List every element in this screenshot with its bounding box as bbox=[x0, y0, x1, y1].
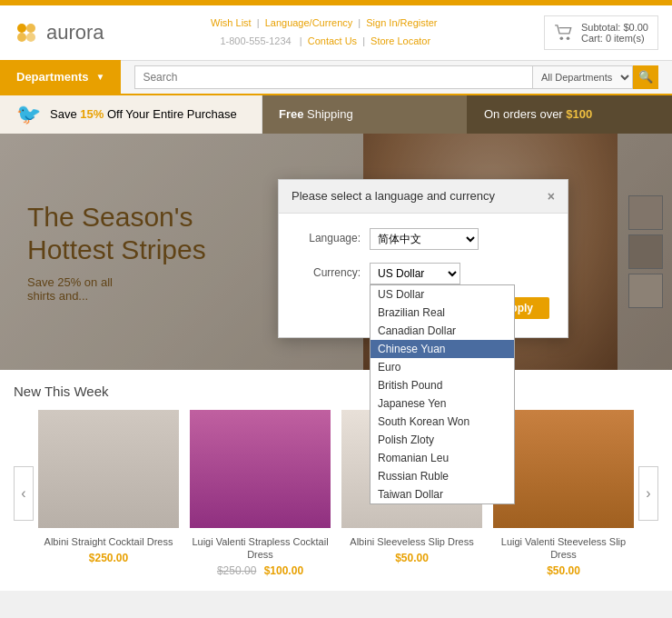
currency-option-chineseyuan[interactable]: Chinese Yuan bbox=[371, 340, 514, 358]
departments-label: Departments bbox=[16, 70, 88, 84]
modal-language-row: Language: 简体中文 bbox=[297, 228, 549, 250]
products-row: ‹ Albini Straight Cocktail Dress $250.00… bbox=[14, 410, 658, 578]
currency-option-britishpound[interactable]: British Pound bbox=[371, 376, 514, 394]
wish-list-link[interactable]: Wish List bbox=[211, 17, 252, 28]
logo-text: aurora bbox=[46, 21, 104, 45]
modal-currency-row: Currency: US Dollar US Dollar Brazilian … bbox=[297, 263, 549, 284]
promo-item-3: On orders over $100 bbox=[468, 95, 672, 134]
modal-title: Please select a language and currency bbox=[292, 189, 495, 203]
modal-language-select[interactable]: 简体中文 bbox=[370, 228, 479, 250]
products-section-title: New This Week bbox=[14, 384, 658, 399]
header: aurora Wish List | Language/Currency | S… bbox=[0, 5, 672, 61]
currency-option-russianruble[interactable]: Russian Ruble bbox=[371, 467, 514, 485]
promo-item-1: 🐦 Save 15% Off Your Entire Purchase bbox=[0, 95, 262, 134]
product-card-1[interactable]: Albini Straight Cocktail Dress $250.00 bbox=[38, 410, 179, 578]
hero-wrapper: The Season's Hottest Stripes Save 25% on… bbox=[0, 134, 672, 370]
product-price-value-3: $50.00 bbox=[395, 552, 429, 564]
svg-point-1 bbox=[26, 24, 35, 33]
product-price-3: $50.00 bbox=[341, 552, 482, 564]
product-price-2: $250.00 $100.00 bbox=[190, 564, 331, 577]
currency-option-southkoreanwon[interactable]: South Korean Won bbox=[371, 413, 514, 431]
product-name-1: Albini Straight Cocktail Dress bbox=[38, 535, 179, 548]
currency-option-canadiandollar[interactable]: Canadian Dollar bbox=[371, 322, 514, 340]
products-prev-button[interactable]: ‹ bbox=[14, 466, 34, 521]
product-price-value-1: $250.00 bbox=[89, 552, 128, 564]
products-section: New This Week ‹ Albini Straight Cocktail… bbox=[0, 370, 672, 592]
cart-area[interactable]: Subtotal: $0.00 Cart: 0 item(s) bbox=[544, 15, 658, 50]
product-image-2 bbox=[190, 410, 331, 528]
currency-option-romanianleu[interactable]: Romanian Leu bbox=[371, 449, 514, 467]
modal-close-button[interactable]: × bbox=[548, 189, 555, 204]
cart-icon bbox=[554, 25, 574, 41]
contact-us-link[interactable]: Contact Us bbox=[308, 35, 357, 46]
product-card-2[interactable]: Luigi Valenti Strapless Cocktail Dress $… bbox=[190, 410, 331, 578]
sign-in-link[interactable]: Sign In/Register bbox=[366, 17, 437, 28]
modal-body: Language: 简体中文 Currency: US Dollar US Do… bbox=[279, 214, 568, 337]
svg-point-2 bbox=[17, 33, 26, 42]
currency-option-brazilianreal[interactable]: Brazilian Real bbox=[371, 304, 514, 322]
cart-subtotal: Subtotal: $0.00 bbox=[581, 22, 648, 33]
currency-option-euro[interactable]: Euro bbox=[371, 358, 514, 376]
product-name-4: Luigi Valenti Steeveless Slip Dress bbox=[493, 535, 634, 562]
phone-number: 1-800-555-1234 bbox=[220, 35, 291, 46]
modal-header: Please select a language and currency × bbox=[279, 180, 568, 214]
currency-dropdown-list: US Dollar Brazilian Real Canadian Dollar… bbox=[370, 284, 515, 504]
product-price-value-4: $50.00 bbox=[547, 564, 580, 577]
modal-currency-wrapper: US Dollar US Dollar Brazilian Real Canad… bbox=[370, 263, 460, 284]
logo[interactable]: aurora bbox=[14, 20, 104, 45]
departments-arrow-icon: ▼ bbox=[95, 72, 104, 82]
search-input[interactable] bbox=[134, 65, 533, 89]
svg-point-0 bbox=[17, 24, 26, 33]
search-button[interactable]: 🔍 bbox=[633, 65, 658, 89]
svg-point-4 bbox=[559, 36, 563, 40]
promo-item-2: Free Shipping bbox=[262, 95, 468, 134]
product-image-1 bbox=[38, 410, 179, 528]
search-departments-dropdown[interactable]: All Departments bbox=[533, 65, 633, 89]
store-locator-link[interactable]: Store Locator bbox=[371, 35, 430, 46]
departments-button[interactable]: Departments ▼ bbox=[0, 60, 121, 95]
product-price-value-2: $100.00 bbox=[264, 564, 303, 577]
promo-bar: 🐦 Save 15% Off Your Entire Purchase Free… bbox=[0, 95, 672, 134]
currency-option-taiwandollar[interactable]: Taiwan Dollar bbox=[371, 485, 514, 503]
logo-icon bbox=[14, 20, 39, 45]
language-currency-modal: Please select a language and currency × … bbox=[278, 179, 568, 338]
svg-point-3 bbox=[26, 33, 35, 42]
language-currency-link[interactable]: Language/Currency bbox=[265, 17, 353, 28]
search-icon: 🔍 bbox=[638, 70, 653, 84]
product-old-price-2: $250.00 bbox=[217, 564, 256, 577]
header-links: Wish List | Language/Currency | Sign In/… bbox=[211, 15, 437, 51]
products-grid: Albini Straight Cocktail Dress $250.00 L… bbox=[34, 410, 638, 578]
product-price-4: $50.00 bbox=[493, 564, 634, 577]
search-area: All Departments 🔍 bbox=[121, 60, 672, 95]
promo-bird-icon: 🐦 bbox=[16, 103, 41, 126]
svg-point-5 bbox=[567, 36, 570, 40]
currency-option-usdollar[interactable]: US Dollar bbox=[371, 285, 514, 304]
currency-option-polishzloty[interactable]: Polish Zloty bbox=[371, 431, 514, 449]
product-name-3: Albini Sleeveless Slip Dress bbox=[341, 535, 482, 548]
nav-bar: Departments ▼ All Departments 🔍 bbox=[0, 61, 672, 95]
modal-currency-select[interactable]: US Dollar bbox=[370, 263, 460, 284]
modal-currency-label: Currency: bbox=[297, 263, 361, 279]
product-name-2: Luigi Valenti Strapless Cocktail Dress bbox=[190, 535, 331, 562]
modal-overlay: Please select a language and currency × … bbox=[0, 134, 672, 370]
product-price-1: $250.00 bbox=[38, 552, 179, 564]
modal-language-label: Language: bbox=[297, 228, 361, 244]
cart-count: Cart: 0 item(s) bbox=[581, 33, 648, 44]
products-next-button[interactable]: › bbox=[638, 466, 658, 521]
currency-option-japaneseyena[interactable]: Japanese Yen bbox=[371, 394, 514, 413]
